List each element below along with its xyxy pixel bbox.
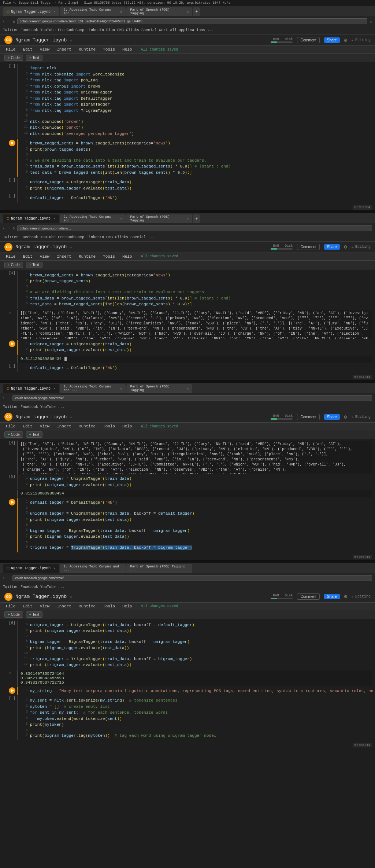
- menu-view-2[interactable]: View: [38, 254, 51, 260]
- browser-tab-corpus-1[interactable]: 2. Accessing Text Corpus and ... ✕: [60, 7, 126, 16]
- bookmark3-twitter[interactable]: Twitter: [3, 405, 18, 409]
- bookmark-more[interactable]: ...: [207, 28, 214, 32]
- forward-btn-3[interactable]: →: [8, 396, 10, 401]
- menu-help-4[interactable]: Help: [121, 603, 133, 609]
- cell-4-mytoken-content[interactable]: 1my_sent = nltk.sent_tokenize(my_string)…: [17, 696, 372, 740]
- menu-help-2[interactable]: Help: [121, 254, 133, 260]
- comment-button-1[interactable]: Comment: [297, 37, 319, 43]
- bookmark4-more[interactable]: ...: [58, 585, 64, 589]
- settings-icon-1[interactable]: ⚙: [344, 37, 347, 43]
- share-button-2[interactable]: Share: [324, 244, 340, 250]
- browser-tab-pos-1[interactable]: Part of Speech (POS) Tagging ... ✕: [126, 7, 192, 16]
- settings-icon-4[interactable]: ⚙: [344, 593, 347, 600]
- bookmark-special[interactable]: Special: [141, 28, 157, 32]
- share-button-3[interactable]: Share: [324, 414, 340, 420]
- bookmark-cmb[interactable]: CMB Clicks: [117, 28, 139, 32]
- add-code-btn-2[interactable]: + Code: [4, 262, 23, 268]
- star-icon-nb-1[interactable]: ☆: [70, 37, 72, 43]
- address-input-2[interactable]: [17, 225, 372, 231]
- reload-btn-2[interactable]: ↻: [12, 226, 15, 231]
- tab-close-pos-2[interactable]: ✕: [187, 217, 189, 221]
- menu-view-1[interactable]: View: [38, 47, 51, 52]
- bookmark2-more[interactable]: ...: [148, 235, 155, 239]
- tab-close-corpus-3[interactable]: ✕: [120, 387, 122, 391]
- menu-insert-4[interactable]: Insert: [55, 603, 73, 609]
- star-icon-1[interactable]: ☆: [370, 19, 372, 24]
- browser-tab-pos-2[interactable]: Part of Speech (POS) Tagging ... ✕: [126, 214, 192, 223]
- add-code-btn-1[interactable]: + Code: [4, 55, 23, 61]
- tab-close-ngram-2[interactable]: ✕: [53, 217, 55, 221]
- bookmark3-yt[interactable]: YouTube: [40, 405, 56, 409]
- cell-brown-content[interactable]: 1brown_tagged_sents = brown.tagged_sents…: [17, 139, 372, 177]
- cell-3-unigram-content[interactable]: 1unigram_tagger = UnigramTagger(train_da…: [17, 474, 372, 489]
- cell-2-unigram-content[interactable]: 1unigram_tagger = UnigramTagger(train_da…: [17, 340, 372, 355]
- menu-file-2[interactable]: File: [4, 254, 17, 260]
- bookmark-facebook[interactable]: Facebook: [21, 28, 38, 32]
- cell-4-mystring-content[interactable]: 1my_string = "Many text corpora contain …: [17, 687, 375, 696]
- run-btn-4-mystring[interactable]: [9, 687, 15, 694]
- menu-tools-1[interactable]: Tools: [101, 47, 116, 52]
- back-btn-4[interactable]: ←: [3, 575, 5, 581]
- menu-insert-2[interactable]: Insert: [55, 254, 73, 260]
- menu-file-1[interactable]: File: [4, 47, 17, 52]
- menu-view-4[interactable]: View: [38, 603, 51, 609]
- tab-close-1[interactable]: ✕: [53, 10, 55, 14]
- forward-btn-1[interactable]: →: [8, 19, 10, 24]
- add-text-btn-3[interactable]: + Text: [26, 431, 42, 438]
- bookmark-werk[interactable]: Werk: [159, 28, 168, 32]
- menu-edit-2[interactable]: Edit: [21, 254, 34, 260]
- bookmark2-li[interactable]: LinkedIn: [86, 235, 104, 239]
- bookmark4-fb[interactable]: Facebook: [21, 585, 38, 589]
- tab-close-ngram-4[interactable]: ✕: [53, 566, 55, 570]
- forward-btn-4[interactable]: →: [8, 575, 10, 581]
- bookmark2-cmb[interactable]: CMB Clicks: [106, 235, 128, 239]
- share-button-4[interactable]: Share: [324, 594, 340, 599]
- bookmark4-yt[interactable]: YouTube: [40, 585, 56, 589]
- share-button-1[interactable]: Share: [324, 37, 340, 43]
- bookmark-linkedin[interactable]: LinkedIn: [86, 28, 104, 32]
- run-btn-3-trigram[interactable]: [9, 499, 15, 505]
- address-input-1[interactable]: [17, 18, 367, 24]
- add-text-btn-2[interactable]: + Text: [26, 262, 42, 268]
- menu-edit-1[interactable]: Edit: [21, 47, 34, 52]
- menu-view-3[interactable]: View: [38, 423, 51, 429]
- tab-close-corpus-1[interactable]: ✕: [120, 10, 122, 14]
- comment-button-3[interactable]: Comment: [297, 414, 319, 420]
- menu-tools-3[interactable]: Tools: [101, 423, 116, 429]
- browser-tab-new-1[interactable]: +: [193, 7, 200, 16]
- menu-help-1[interactable]: Help: [121, 47, 133, 52]
- browser-tab-pos-3[interactable]: Part of Speech (POS) Tagging ... ✕: [126, 384, 192, 393]
- run-btn-2-unigram[interactable]: [9, 341, 15, 347]
- menu-insert-3[interactable]: Insert: [55, 423, 73, 429]
- tab-close-corpus-2[interactable]: ✕: [120, 217, 122, 221]
- add-text-btn-4[interactable]: + Text: [26, 611, 42, 618]
- browser-tab-ngram-1[interactable]: ⬡ Ngram Tagger.ipynb ✕: [3, 7, 59, 16]
- tab-close-pos-3[interactable]: ✕: [187, 387, 189, 391]
- bookmark3-more[interactable]: ...: [58, 405, 64, 409]
- cell-4-backoff-content[interactable]: 5unigram_tagger = UnigramTagger(train_da…: [17, 621, 372, 670]
- bookmark2-twitter[interactable]: Twitter: [3, 235, 18, 239]
- back-btn-1[interactable]: ←: [3, 19, 5, 24]
- cell-imports-content[interactable]: 1import nltk 2from nltk.tokenize import …: [17, 64, 372, 138]
- bookmark-twitter[interactable]: Twitter: [3, 28, 18, 32]
- menu-help-3[interactable]: Help: [121, 423, 133, 429]
- menu-runtime-4[interactable]: Runtime: [77, 603, 97, 609]
- bookmark4-twitter[interactable]: Twitter: [3, 585, 18, 589]
- run-btn-brown[interactable]: [9, 140, 15, 146]
- comment-button-2[interactable]: Comment: [297, 244, 319, 250]
- star-icon-nb-3[interactable]: ☆: [70, 414, 72, 420]
- menu-file-3[interactable]: File: [4, 423, 17, 429]
- browser-tab-corpus-3[interactable]: 2. Accessing Text Corpus and ... ✕: [60, 384, 126, 393]
- settings-icon-2[interactable]: ⚙: [344, 244, 347, 250]
- menu-file-4[interactable]: File: [4, 603, 17, 609]
- menu-runtime-1[interactable]: Runtime: [77, 47, 97, 52]
- bookmark2-special[interactable]: Special: [130, 235, 146, 239]
- bookmark-all[interactable]: All applications: [170, 28, 205, 32]
- cell-3-trigram-content[interactable]: 1default_tagger = DefaultTagger('NN') 2 …: [17, 498, 372, 552]
- bookmark3-fb[interactable]: Facebook: [21, 405, 38, 409]
- browser-tab-ngram-2[interactable]: ⬡ Ngram Tagger.ipynb ✕: [3, 214, 59, 223]
- tab-close-ngram-3[interactable]: ✕: [53, 387, 55, 391]
- bookmark2-fb[interactable]: Facebook: [21, 235, 38, 239]
- back-btn-2[interactable]: ←: [3, 226, 5, 231]
- browser-tab-new-2[interactable]: +: [193, 214, 200, 223]
